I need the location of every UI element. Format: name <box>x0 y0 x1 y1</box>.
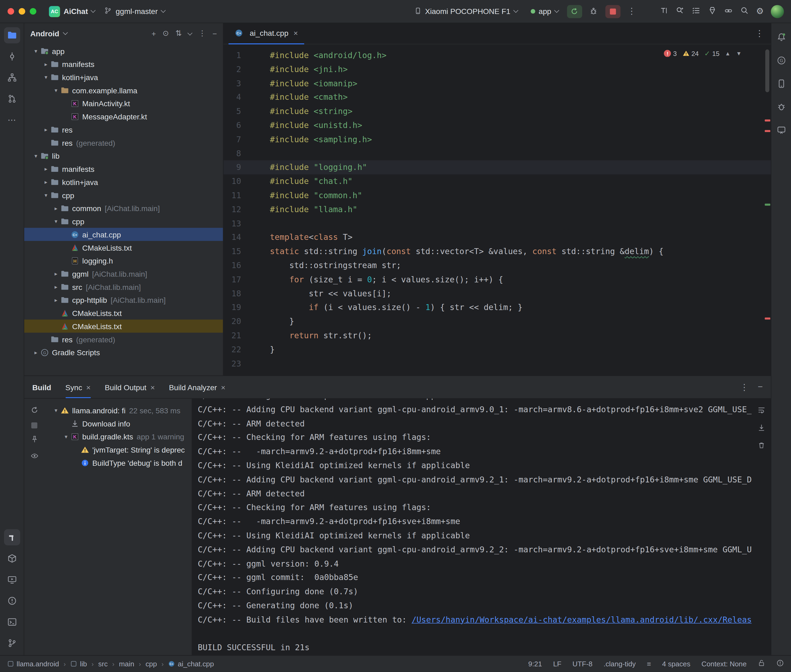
soft-wrap-icon[interactable] <box>757 406 765 416</box>
line-number[interactable]: 10 <box>223 174 241 189</box>
code-line-5[interactable]: 5#include <string> <box>223 104 771 118</box>
breadcrumb-item-ai-chat-cpp[interactable]: C+ai_chat.cpp <box>168 660 214 668</box>
tree-item-cmakelists-txt[interactable]: CMakeLists.txt <box>24 241 223 254</box>
device-selector[interactable]: Xiaomi POCOPHONE F1 <box>409 4 522 18</box>
change-stripe-mark[interactable] <box>765 203 770 205</box>
chevron-closed-icon[interactable]: ▸ <box>31 349 40 355</box>
settings-gear-icon[interactable]: ⚙ <box>756 6 764 16</box>
close-tab-icon[interactable]: × <box>86 383 90 392</box>
tree-item-download-info[interactable]: Download info <box>44 417 192 430</box>
line-number[interactable]: 19 <box>223 301 241 315</box>
tree-item-res[interactable]: res(generated) <box>24 136 223 149</box>
chevron-open-icon[interactable]: ▾ <box>31 48 40 54</box>
build-tab-build-output[interactable]: Build Output× <box>105 376 155 398</box>
tree-item-llama-android-fi[interactable]: ▾llama.android: fi22 sec, 583 ms <box>44 404 192 417</box>
version-control-tool-icon[interactable] <box>4 635 20 651</box>
code-line-18[interactable]: 18 str << values[i]; <box>223 286 771 301</box>
structure-tool-icon[interactable] <box>4 70 20 86</box>
code-line-10[interactable]: 10#include "chat.h" <box>223 174 771 189</box>
chevron-closed-icon[interactable]: ▸ <box>51 270 61 277</box>
breadcrumb-item-cpp[interactable]: cpp <box>146 660 157 668</box>
editor-scrollbar[interactable] <box>765 50 769 92</box>
code-line-12[interactable]: 12#include "llama.h" <box>223 203 771 216</box>
code-line-13[interactable]: 13 <box>223 216 771 230</box>
line-number[interactable]: 4 <box>223 90 241 104</box>
expand-all-icon[interactable]: ⇅ <box>175 29 182 38</box>
chevron-open-icon[interactable]: ▾ <box>51 87 61 93</box>
ai-context-widget[interactable]: Context: None <box>701 660 747 668</box>
tree-item-cmakelists-txt[interactable]: CMakeLists.txt <box>24 320 223 333</box>
more-actions-icon[interactable]: ⋮ <box>624 6 639 16</box>
code-line-11[interactable]: 11#include "common.h" <box>223 189 771 203</box>
device-manager-tool-icon[interactable] <box>773 75 789 92</box>
line-separator-widget[interactable]: LF <box>553 660 562 668</box>
tree-item-build-gradle-kts[interactable]: ▾Kbuild.gradle.ktsapp 1 warning <box>44 430 192 443</box>
pin-icon[interactable] <box>30 435 39 445</box>
tree-item-cpp[interactable]: ▾cpp <box>24 189 223 202</box>
tree-item-ai-chat-cpp[interactable]: C+ai_chat.cpp <box>24 228 223 241</box>
code-area[interactable]: 1#include <android/log.h>2#include <jni.… <box>223 44 771 371</box>
chevron-open-icon[interactable]: ▾ <box>42 74 51 80</box>
collapse-all-icon[interactable] <box>188 30 193 35</box>
line-number[interactable]: 12 <box>223 203 241 216</box>
clear-console-icon[interactable] <box>757 441 765 451</box>
line-number[interactable]: 13 <box>223 216 241 230</box>
build-console[interactable]: C/C++: -- Using KleidiAI optimized kerne… <box>192 399 752 655</box>
device-mirror-icon[interactable] <box>724 6 733 16</box>
vcs-branch-widget[interactable]: ggml-master <box>99 4 169 19</box>
tree-item-mainactivity-kt[interactable]: KMainActivity.kt <box>24 97 223 110</box>
chevron-closed-icon[interactable]: ▸ <box>42 61 51 67</box>
resource-manager-tool-icon[interactable] <box>4 550 20 566</box>
line-number[interactable]: 2 <box>223 62 241 76</box>
code-line-7[interactable]: 7#include <sampling.h> <box>223 133 771 147</box>
tree-item-manifests[interactable]: ▸manifests <box>24 162 223 176</box>
hide-build-panel-icon[interactable]: − <box>757 382 763 392</box>
tree-item-logging-h[interactable]: Hlogging.h <box>24 254 223 267</box>
line-number[interactable]: 3 <box>223 76 241 90</box>
new-item-icon[interactable]: + <box>151 29 156 38</box>
tree-item-cpp[interactable]: ▾cpp <box>24 214 223 228</box>
minimize-window-button[interactable] <box>19 8 25 14</box>
code-line-23[interactable]: 23 <box>223 357 771 371</box>
tree-item-kotlin-java[interactable]: ▸kotlin+java <box>24 175 223 189</box>
tree-item-messageadapter-kt[interactable]: KMessageAdapter.kt <box>24 110 223 123</box>
clang-tidy-widget[interactable]: .clang-tidy <box>604 660 636 668</box>
code-line-21[interactable]: 21 return str.str(); <box>223 329 771 342</box>
editor-tab-ai-chat-cpp[interactable]: C+ ai_chat.cpp × <box>228 23 304 44</box>
editor-options-icon[interactable]: ⋮ <box>755 28 771 39</box>
caret-position-widget[interactable]: 9:21 <box>528 660 542 668</box>
scroll-to-end-icon[interactable] <box>757 423 765 433</box>
chevron-open-icon[interactable]: ▾ <box>62 433 71 440</box>
run-configuration-selector[interactable]: app <box>526 5 563 18</box>
line-number[interactable]: 9 <box>223 160 241 174</box>
code-line-8[interactable]: 8 <box>223 147 771 160</box>
code-style-icon[interactable]: ≡ <box>647 660 651 668</box>
line-number[interactable]: 7 <box>223 133 241 147</box>
assistant-tool-icon[interactable] <box>773 122 789 138</box>
text-tool-icon[interactable] <box>659 6 668 16</box>
problems-tool-icon[interactable] <box>4 593 20 609</box>
console-link[interactable]: /Users/hanyin/Workspace/ai-chat/examples… <box>412 615 752 624</box>
code-line-4[interactable]: 4#include <cmath> <box>223 90 771 104</box>
code-line-20[interactable]: 20 } <box>223 315 771 329</box>
line-number[interactable]: 5 <box>223 104 241 118</box>
lock-icon[interactable] <box>757 659 765 669</box>
chevron-open-icon[interactable]: ▾ <box>51 218 61 224</box>
line-number[interactable]: 18 <box>223 286 241 301</box>
build-options-icon[interactable]: ⋮ <box>740 382 749 392</box>
chevron-closed-icon[interactable]: ▸ <box>51 297 61 303</box>
tree-item-jvmtarget-string-is-deprec[interactable]: 'jvmTarget: String' is deprec <box>44 443 192 456</box>
tree-item-res[interactable]: ▸res <box>24 123 223 136</box>
project-view-selector[interactable]: Android <box>30 29 59 38</box>
search-everywhere-icon[interactable] <box>740 6 749 16</box>
inspections-status-icon[interactable] <box>777 659 784 669</box>
profiler-icon[interactable] <box>708 6 717 16</box>
tree-item-lib[interactable]: ▾lib <box>24 149 223 162</box>
line-number[interactable]: 16 <box>223 258 241 272</box>
error-stripe-mark[interactable] <box>765 318 770 320</box>
close-tab-icon[interactable]: × <box>151 383 155 392</box>
search-actions-icon[interactable] <box>675 6 684 16</box>
code-line-14[interactable]: 14template<class T> <box>223 230 771 245</box>
filter-eye-icon[interactable] <box>30 451 39 461</box>
stop-button[interactable] <box>605 5 620 18</box>
